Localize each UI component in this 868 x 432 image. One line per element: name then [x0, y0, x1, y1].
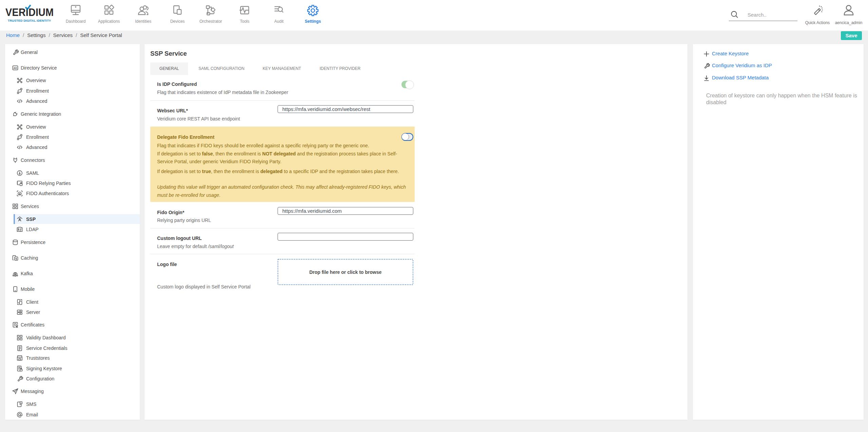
- svg-text:AD: AD: [14, 67, 17, 70]
